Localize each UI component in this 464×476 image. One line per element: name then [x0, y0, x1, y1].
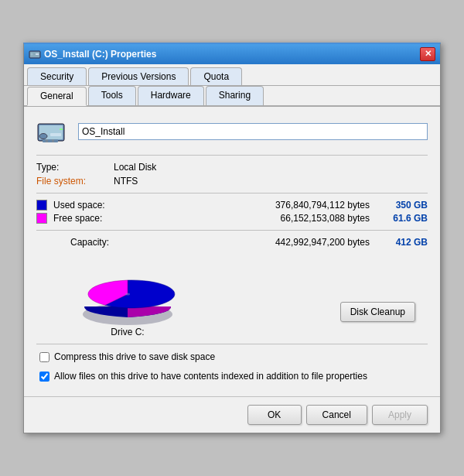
tab-tools[interactable]: Tools	[88, 86, 136, 105]
svg-rect-12	[52, 139, 54, 142]
cancel-button[interactable]: Cancel	[306, 405, 367, 425]
tab-content: Type: Local Disk File system: NTFS Used …	[24, 107, 440, 397]
properties-window: OS_Install (C:) Properties ✕ Security Pr…	[23, 43, 441, 434]
capacity-label: Capacity:	[36, 237, 117, 248]
svg-point-7	[39, 133, 47, 139]
tab-hardware[interactable]: Hardware	[138, 86, 204, 105]
window-title: OS_Install (C:) Properties	[44, 49, 156, 60]
bottom-buttons: OK Cancel Apply	[24, 396, 440, 433]
filesystem-label: File system:	[36, 176, 114, 187]
svg-rect-2	[36, 53, 39, 55]
capacity-gb: 412 GB	[385, 237, 428, 248]
svg-rect-10	[43, 139, 58, 142]
checkboxes-area: Compress this drive to save disk space A…	[36, 351, 428, 383]
capacity-bytes: 442,992,947,200 bytes	[117, 237, 385, 248]
free-space-gb: 61.6 GB	[385, 213, 428, 224]
separator-1	[36, 155, 428, 156]
used-space-color	[36, 200, 47, 211]
type-label: Type:	[36, 162, 114, 173]
drive-name-input[interactable]	[78, 123, 428, 140]
tabs-row2: General Tools Hardware Sharing	[24, 86, 440, 107]
free-space-row: Free space: 66,152,153,088 bytes 61.6 GB	[36, 213, 428, 224]
compress-checkbox[interactable]	[39, 352, 49, 362]
title-bar: OS_Install (C:) Properties ✕	[24, 44, 440, 64]
drive-header	[36, 118, 428, 146]
filesystem-value: NTFS	[114, 176, 428, 187]
svg-point-14	[125, 293, 130, 295]
title-bar-left: OS_Install (C:) Properties	[29, 48, 156, 60]
svg-rect-8	[50, 133, 61, 136]
pie-chart	[66, 254, 189, 324]
tab-security[interactable]: Security	[27, 67, 87, 85]
index-label[interactable]: Allow files on this drive to have conten…	[54, 370, 367, 383]
svg-point-3	[31, 53, 33, 55]
free-space-label: Free space:	[53, 213, 123, 224]
svg-rect-9	[60, 128, 63, 130]
separator-2	[36, 193, 428, 193]
capacity-row: Capacity: 442,992,947,200 bytes 412 GB	[36, 237, 428, 248]
close-button[interactable]: ✕	[420, 47, 435, 61]
svg-rect-11	[46, 139, 48, 142]
free-space-bytes: 66,152,153,088 bytes	[123, 213, 385, 224]
index-checkbox[interactable]	[39, 372, 49, 382]
drive-label: Drive C:	[111, 327, 144, 337]
compress-label[interactable]: Compress this drive to save disk space	[54, 351, 215, 364]
drive-title-icon	[29, 48, 41, 60]
drive-icon	[36, 118, 69, 146]
index-checkbox-row: Allow files on this drive to have conten…	[39, 370, 425, 383]
separator-3	[36, 230, 428, 231]
type-value: Local Disk	[114, 162, 428, 173]
compress-checkbox-row: Compress this drive to save disk space	[39, 351, 425, 364]
ok-button[interactable]: OK	[247, 405, 302, 425]
tab-general[interactable]: General	[27, 87, 87, 106]
tabs-row1: Security Previous Versions Quota	[24, 64, 440, 86]
used-space-bytes: 376,840,794,112 bytes	[123, 200, 385, 211]
free-space-color	[36, 213, 47, 224]
separator-4	[36, 344, 428, 344]
used-space-row: Used space: 376,840,794,112 bytes 350 GB	[36, 200, 428, 211]
tab-sharing[interactable]: Sharing	[206, 86, 264, 105]
pie-container: Drive C:	[66, 254, 189, 337]
info-grid: Type: Local Disk File system: NTFS	[36, 162, 428, 187]
used-space-label: Used space:	[53, 200, 123, 211]
tab-quota[interactable]: Quota	[190, 67, 242, 85]
used-space-gb: 350 GB	[385, 200, 428, 211]
apply-button[interactable]: Apply	[372, 405, 428, 425]
chart-area: Drive C: Disk Cleanup	[36, 254, 428, 337]
tab-previous-versions[interactable]: Previous Versions	[88, 67, 189, 85]
disk-cleanup-button[interactable]: Disk Cleanup	[340, 302, 415, 322]
